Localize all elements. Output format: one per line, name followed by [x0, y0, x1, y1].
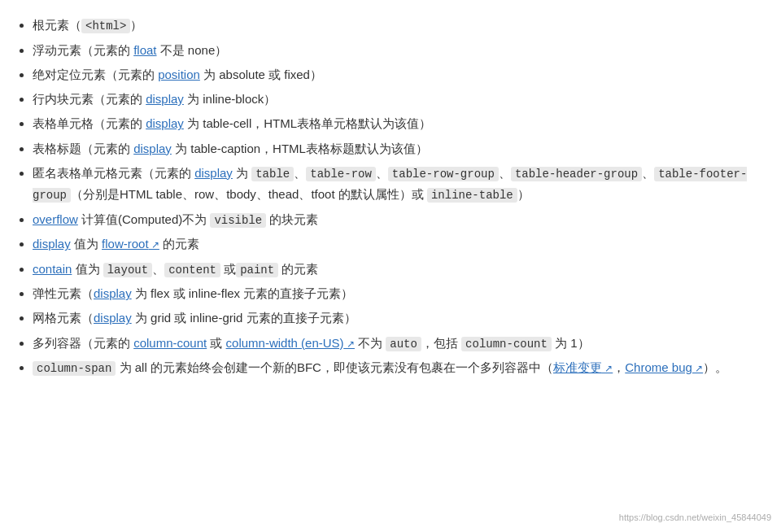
item-contain: contain 值为 layout、content 或paint 的元素	[33, 259, 761, 281]
code-snippet: table	[251, 167, 294, 181]
item-multicol: 多列容器（元素的 column-count 或 column-width (en…	[33, 333, 761, 355]
code-snippet: visible	[210, 213, 266, 228]
item-inline-block: 行内块元素（元素的 display 为 inline-block）	[33, 89, 761, 110]
item-table-cell: 表格单元格（元素的 display 为 table-cell，HTML表格单元格…	[33, 113, 761, 134]
mdn-link[interactable]: display	[33, 237, 71, 251]
mdn-link[interactable]: display	[133, 142, 172, 155]
code-snippet: layout	[103, 263, 152, 277]
external-link[interactable]: column-width (en-US)	[226, 336, 355, 350]
item-root: 根元素（<html>）	[33, 15, 761, 37]
external-link[interactable]: flow-root	[102, 237, 159, 251]
mdn-link[interactable]: float	[133, 43, 156, 57]
external-link[interactable]: 标准变更	[553, 360, 613, 374]
mdn-link[interactable]: display	[194, 166, 233, 180]
external-link[interactable]: Chrome bug	[625, 360, 703, 374]
mdn-link[interactable]: contain	[33, 262, 72, 276]
mdn-link[interactable]: overflow	[33, 212, 78, 226]
code-snippet: table-row	[306, 167, 376, 181]
mdn-link[interactable]: display	[146, 116, 184, 130]
item-flex: 弹性元素（display 为 flex 或 inline-flex 元素的直接子…	[33, 283, 761, 304]
code-snippet: column-span	[33, 361, 116, 376]
mdn-link[interactable]: column-count	[133, 336, 207, 350]
item-position: 绝对定位元素（元素的 position 为 absolute 或 fixed）	[33, 64, 761, 85]
code-snippet: <html>	[81, 19, 130, 33]
code-snippet: content	[164, 263, 220, 277]
item-column-span: column-span 为 all 的元素始终会创建一个新的BFC，即使该元素没…	[33, 357, 761, 379]
item-anonymous: 匿名表格单元格元素（元素的 display 为 table、table-row、…	[33, 163, 761, 206]
code-snippet: auto	[386, 337, 421, 351]
code-snippet: inline-table	[427, 188, 517, 203]
item-table-caption: 表格标题（元素的 display 为 table-caption，HTML表格标…	[33, 138, 761, 159]
item-overflow: overflow 计算值(Computed)不为 visible 的块元素	[33, 209, 761, 231]
mdn-link[interactable]: position	[158, 68, 200, 81]
code-snippet: table-row-group	[388, 167, 499, 181]
item-grid: 网格元素（display 为 grid 或 inline-grid 元素的直接子…	[33, 307, 761, 329]
code-snippet: paint	[236, 263, 278, 277]
mdn-link[interactable]: display	[94, 286, 132, 300]
mdn-link[interactable]: display	[146, 92, 184, 106]
item-float: 浮动元素（元素的 float 不是 none）	[33, 40, 761, 61]
mdn-link[interactable]: display	[94, 311, 132, 325]
bfc-list: 根元素（<html>）浮动元素（元素的 float 不是 none）绝对定位元素…	[15, 15, 761, 379]
item-flow-root: display 值为 flow-root 的元素	[33, 233, 761, 255]
code-snippet: table-header-group	[511, 167, 642, 181]
code-snippet: column-count	[461, 337, 552, 351]
